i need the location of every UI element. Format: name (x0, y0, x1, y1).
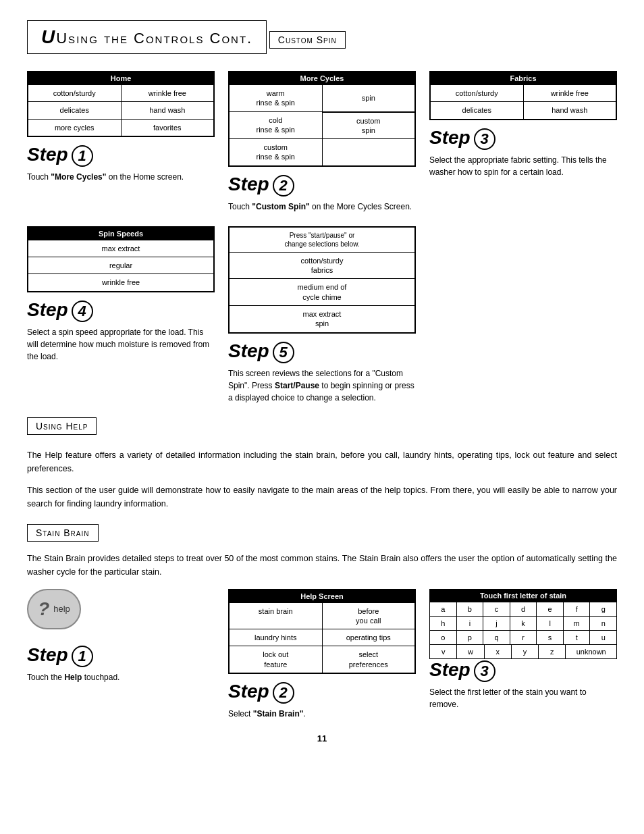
lg-row-2: h i j k l m n (430, 616, 616, 630)
home-row-2: delicates hand wash (28, 101, 213, 118)
help-step-1-col: ? help Step 1 Touch the Help touchpad. (27, 589, 215, 720)
help-steps-grid: ? help Step 1 Touch the Help touchpad. H… (27, 589, 617, 720)
help-step-3-desc: Select the first letter of the stain you… (429, 686, 617, 710)
step-3-col: Fabrics cotton/sturdy wrinkle free delic… (429, 71, 617, 213)
step-1-desc: Touch "More Cycles" on the Home screen. (27, 171, 215, 183)
custom-spin-label: Custom Spin (269, 31, 346, 49)
more-cycles-screen: More Cycles warm rinse & spin spin cold … (228, 71, 416, 167)
mc-row-2: cold rinse & spin customspin (230, 111, 414, 139)
help-step-2-col: Help Screen stain brain before you call … (228, 589, 416, 720)
help-section: The Help feature offers a variety of det… (27, 448, 617, 511)
step-2-desc: Touch "Custom Spin" on the More Cycles S… (228, 201, 416, 213)
home-row-3: more cycles favorites (28, 119, 213, 136)
fabrics-screen: Fabrics cotton/sturdy wrinkle free delic… (429, 71, 617, 120)
home-screen: Home cotton/sturdy wrinkle free delicate… (27, 71, 215, 137)
mc-spin-cell: spin (323, 85, 415, 111)
mc-row-3: custom rinse & spin (230, 138, 414, 165)
fab-row-1: cotton/sturdy wrinkle free (431, 84, 616, 101)
step-5-desc: This screen reviews the selections for a… (228, 367, 416, 404)
lg-row-1: a b c d e f g (430, 602, 616, 616)
help-label: help (53, 604, 70, 614)
help-step-2-desc: Select "Stain Brain". (228, 708, 416, 720)
help-step-1-heading: Step 1 (27, 644, 215, 667)
steps-grid-top: Home cotton/sturdy wrinkle free delicate… (27, 71, 617, 213)
home-row-1: cotton/sturdy wrinkle free (28, 84, 213, 101)
stain-brain-para: The Stain Brain provides detailed steps … (27, 552, 617, 579)
step-1-col: Home cotton/sturdy wrinkle free delicate… (27, 71, 215, 213)
help-para-1: The Help feature offers a variety of det… (27, 448, 617, 475)
step-2-col: More Cycles warm rinse & spin spin cold … (228, 71, 416, 213)
page-title: UUsing the Controls Cont. (41, 26, 252, 48)
step-2-heading: Step 2 (228, 174, 416, 197)
help-icon-area: ? help (27, 589, 215, 636)
letter-grid: Touch first letter of stain a b c d e f … (429, 589, 617, 659)
mc-row-1: warm rinse & spin spin (230, 84, 414, 111)
step-5-heading: Step 5 (228, 340, 416, 363)
help-step-3-col: Touch first letter of stain a b c d e f … (429, 589, 617, 720)
step-5-col: Press "start/pause" orchange selections … (228, 226, 416, 404)
step-4-desc: Select a spin speed appropriate for the … (27, 326, 215, 363)
help-step-2-heading: Step 2 (228, 681, 416, 704)
spin-speeds-screen: Spin Speeds max extract regular wrinkle … (27, 226, 215, 292)
help-screen: Help Screen stain brain before you call … (228, 589, 416, 674)
help-step-1-desc: Touch the Help touchpad. (27, 671, 215, 683)
step-empty-col (429, 226, 617, 404)
review-header-text: Press "start/pause" orchange selections … (230, 228, 414, 252)
steps-grid-bottom: Spin Speeds max extract regular wrinkle … (27, 226, 617, 404)
step-1-heading: Step 1 (27, 144, 215, 167)
using-help-label: Using Help (27, 417, 97, 435)
stain-brain-label: Stain Brain (27, 524, 99, 542)
step-3-heading: Step 3 (429, 127, 617, 150)
hs-row-1: stain brain before you call (230, 602, 414, 629)
mc-custom-spin: customspin (323, 112, 415, 139)
help-step-3-heading: Step 3 (429, 659, 617, 682)
lg-row-4: v w x y z unknown (430, 644, 616, 658)
step-4-col: Spin Speeds max extract regular wrinkle … (27, 226, 215, 404)
step-3-desc: Select the appropriate fabric setting. T… (429, 154, 617, 178)
page-title-box: UUsing the Controls Cont. (27, 20, 267, 54)
lg-row-3: o p q r s t u (430, 630, 616, 644)
hs-row-3: lock out feature select preferences (230, 646, 414, 673)
fab-row-2: delicates hand wash (431, 101, 616, 118)
help-icon: ? help (27, 589, 81, 629)
question-mark-icon: ? (38, 598, 49, 620)
page-number: 11 (27, 733, 617, 744)
help-para-2: This section of the user guide will demo… (27, 484, 617, 511)
hs-row-2: laundry hints operating tips (230, 629, 414, 646)
review-screen: Press "start/pause" orchange selections … (228, 226, 416, 334)
step-4-heading: Step 4 (27, 299, 215, 322)
